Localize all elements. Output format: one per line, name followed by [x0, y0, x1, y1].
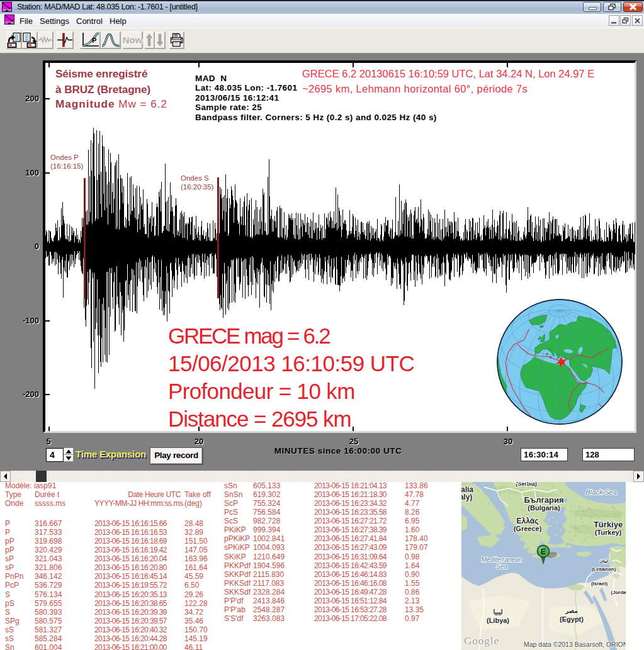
svg-text:(Lebanon): (Lebanon)	[592, 566, 616, 572]
svg-text:Map data ©2013 Basarsoft, ORIO: Map data ©2013 Basarsoft, ORION-ME	[524, 641, 626, 648]
svg-text:(Bulgaria): (Bulgaria)	[528, 504, 560, 512]
svg-text:مصر: مصر	[565, 607, 578, 615]
svg-text:(Israel): (Israel)	[591, 581, 608, 586]
svg-text:لبنان: لبنان	[599, 559, 608, 563]
svg-text:България: България	[524, 495, 563, 505]
svg-text:(Egypt): (Egypt)	[560, 615, 584, 623]
svg-text:ليبيا: ليبيا	[493, 608, 502, 616]
svg-text:aly): aly)	[461, 493, 472, 502]
svg-text:Ελλάς: Ελλάς	[517, 517, 539, 525]
svg-text:Google: Google	[464, 635, 499, 647]
svg-text:(Libya): (Libya)	[487, 617, 509, 624]
svg-text:Sea: Sea	[496, 563, 507, 570]
svg-text:Türkiye: Türkiye	[594, 520, 623, 529]
svg-text:Mediterranean: Mediterranean	[482, 556, 523, 563]
svg-text:(Greece): (Greece)	[514, 525, 542, 532]
svg-text:Србија: Србија	[512, 482, 533, 483]
svg-text:(Jordan: (Jordan	[611, 590, 626, 595]
svg-text:(Turkey): (Turkey)	[595, 529, 622, 536]
svg-text:Black Sea: Black Sea	[585, 488, 617, 496]
svg-text:E: E	[541, 547, 546, 556]
